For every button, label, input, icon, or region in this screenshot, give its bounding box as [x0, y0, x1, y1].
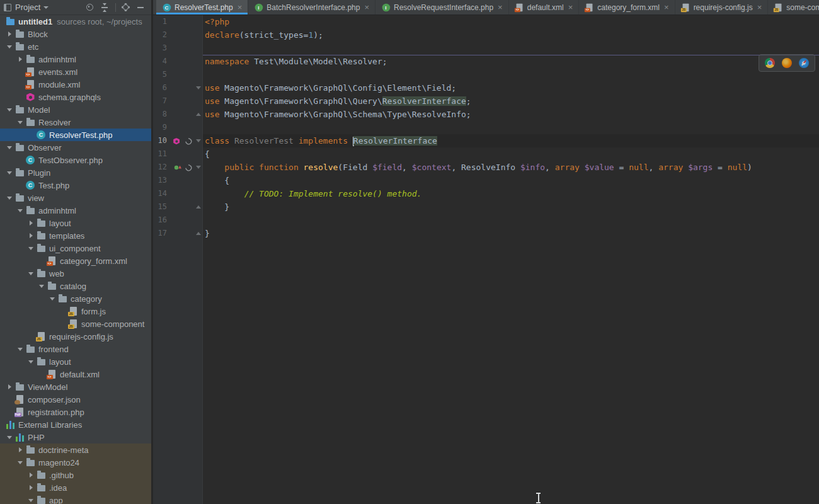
code-line-3[interactable]: 3 [153, 42, 819, 55]
tab-resolvertest-php[interactable]: CResolverTest.php× [156, 0, 248, 14]
code-text[interactable]: use Magento\Framework\GraphQl\Config\Ele… [203, 81, 819, 94]
dropdown-caret-icon[interactable] [43, 6, 49, 9]
plug-icon[interactable] [185, 163, 193, 171]
code-text[interactable] [203, 42, 819, 55]
code-line-1[interactable]: 1<?php [153, 15, 819, 28]
editor-empty-space[interactable] [153, 240, 819, 504]
chevron-right-icon[interactable] [26, 481, 36, 494]
code-line-10[interactable]: 10class ResolverTest implements Resolver… [153, 134, 819, 147]
code-line-13[interactable]: 13 { [153, 174, 819, 187]
chevron-down-icon[interactable] [16, 456, 25, 469]
tree-file-resolvertest-php[interactable]: CResolverTest.php [0, 129, 151, 141]
tab-batchresolverinterface-php[interactable]: IBatchResolverInterface.php× [248, 0, 375, 14]
code-text[interactable]: namespace Test\Module\Model\Resolver; [203, 55, 819, 68]
code-text[interactable]: public function resolve(Field $field, $c… [203, 161, 819, 174]
close-icon[interactable]: × [364, 3, 369, 11]
chevron-down-icon[interactable] [16, 343, 25, 355]
tree-folder-app[interactable]: app [0, 494, 151, 504]
code-editor[interactable]: 1<?php2declare(strict_types=1);34namespa… [153, 15, 819, 504]
tree-file-category-form-xml[interactable]: <>category_form.xml [0, 255, 151, 267]
code-line-16[interactable]: 16 [153, 214, 819, 227]
tree-folder-frontend[interactable]: frontend [0, 343, 151, 355]
code-line-6[interactable]: 6use Magento\Framework\GraphQl\Config\El… [153, 81, 819, 94]
tab-some-compo[interactable]: JSsome-compo [768, 0, 819, 14]
tree-folder-viewmodel[interactable]: ViewModel [0, 381, 151, 393]
chevron-down-icon[interactable] [37, 280, 47, 292]
tree-folder-php[interactable]: PHP [0, 431, 151, 444]
tree-folder-web[interactable]: web [0, 267, 151, 280]
code-text[interactable]: } [203, 200, 819, 214]
chevron-right-icon[interactable] [16, 53, 25, 66]
firefox-browser-icon[interactable] [782, 58, 792, 68]
code-text[interactable]: declare(strict_types=1); [203, 28, 819, 42]
fold-marker[interactable] [194, 166, 202, 169]
chevron-down-icon[interactable] [26, 355, 36, 368]
close-icon[interactable]: × [498, 3, 503, 11]
chevron-down-icon[interactable] [26, 267, 36, 280]
tree-folder-layout[interactable]: layout [0, 217, 151, 229]
graphql-icon[interactable] [173, 137, 181, 145]
chevron-down-icon[interactable] [48, 292, 57, 305]
tree-folder-category[interactable]: category [0, 292, 151, 305]
code-text[interactable]: } [203, 227, 819, 240]
chevron-right-icon[interactable] [26, 229, 36, 242]
impl-icon[interactable] [173, 163, 181, 171]
code-line-8[interactable]: 8use Magento\Framework\GraphQl\Schema\Ty… [153, 108, 819, 121]
safari-browser-icon[interactable] [799, 58, 809, 68]
tree-file-test-php[interactable]: CTest.php [0, 179, 151, 192]
code-line-5[interactable]: 5 [153, 68, 819, 81]
tree-folder-ui-component[interactable]: ui_component [0, 242, 151, 255]
chevron-down-icon[interactable] [5, 40, 14, 53]
code-line-17[interactable]: 17} [153, 227, 819, 240]
code-line-15[interactable]: 15 } [153, 200, 819, 214]
close-icon[interactable]: × [238, 3, 243, 11]
code-line-12[interactable]: 12 public function resolve(Field $field,… [153, 161, 819, 174]
chevron-down-icon[interactable] [26, 494, 36, 504]
collapse-all-button[interactable] [99, 2, 110, 13]
fold-marker[interactable] [194, 139, 202, 142]
tree-file-composer-json[interactable]: composer.json [0, 393, 151, 406]
tree-folder-model[interactable]: Model [0, 103, 151, 116]
tree-file-events-xml[interactable]: <>events.xml [0, 66, 151, 78]
hide-panel-button[interactable] [135, 2, 146, 13]
tree-file-form-js[interactable]: JSform.js [0, 305, 151, 318]
tree-folder-etc[interactable]: etc [0, 40, 151, 53]
tree-folder-external-libraries[interactable]: External Libraries [0, 418, 151, 431]
chevron-down-icon[interactable] [5, 103, 14, 116]
code-line-11[interactable]: 11{ [153, 147, 819, 161]
close-icon[interactable]: × [757, 3, 762, 11]
chevron-right-icon[interactable] [26, 469, 36, 481]
tree-folder-doctrine-meta[interactable]: doctrine-meta [0, 444, 151, 456]
panel-settings-button[interactable] [120, 2, 131, 13]
plug-icon[interactable] [185, 137, 193, 145]
chevron-right-icon[interactable] [5, 381, 14, 393]
tree-folder-templates[interactable]: templates [0, 229, 151, 242]
code-text[interactable] [203, 240, 819, 504]
chevron-right-icon[interactable] [16, 444, 25, 456]
fold-marker[interactable] [194, 86, 202, 89]
chevron-right-icon[interactable] [5, 28, 14, 40]
close-icon[interactable]: × [568, 3, 573, 11]
panel-title[interactable]: Project [15, 3, 40, 12]
code-text[interactable]: // TODO: Implement resolve() method. [203, 187, 819, 200]
tab-requirejs-config-js[interactable]: JSrequirejs-config.js× [675, 0, 769, 14]
code-text[interactable]: { [203, 147, 819, 161]
code-text[interactable]: <?php [203, 15, 819, 28]
close-icon[interactable]: × [664, 3, 669, 11]
tree-folder-github[interactable]: .github [0, 469, 151, 481]
tree-file-requirejs-config-js[interactable]: JSrequirejs-config.js [0, 330, 151, 343]
tree-file-testobserver-php[interactable]: CTestObserver.php [0, 154, 151, 166]
tree-folder-plugin[interactable]: Plugin [0, 166, 151, 179]
chevron-down-icon[interactable] [16, 116, 25, 129]
fold-marker[interactable] [194, 232, 202, 235]
tree-file-default-xml[interactable]: <>default.xml [0, 368, 151, 381]
locate-file-button[interactable] [84, 2, 95, 13]
tree-folder-idea[interactable]: .idea [0, 481, 151, 494]
fold-marker[interactable] [194, 113, 202, 116]
chevron-down-icon[interactable] [5, 166, 14, 179]
code-text[interactable] [203, 68, 819, 81]
code-line-14[interactable]: 14 // TODO: Implement resolve() method. [153, 187, 819, 200]
tree-folder-magento24[interactable]: magento24 [0, 456, 151, 469]
code-text[interactable]: use Magento\Framework\GraphQl\Schema\Typ… [203, 108, 819, 121]
code-line-4[interactable]: 4namespace Test\Module\Model\Resolver; [153, 55, 819, 68]
